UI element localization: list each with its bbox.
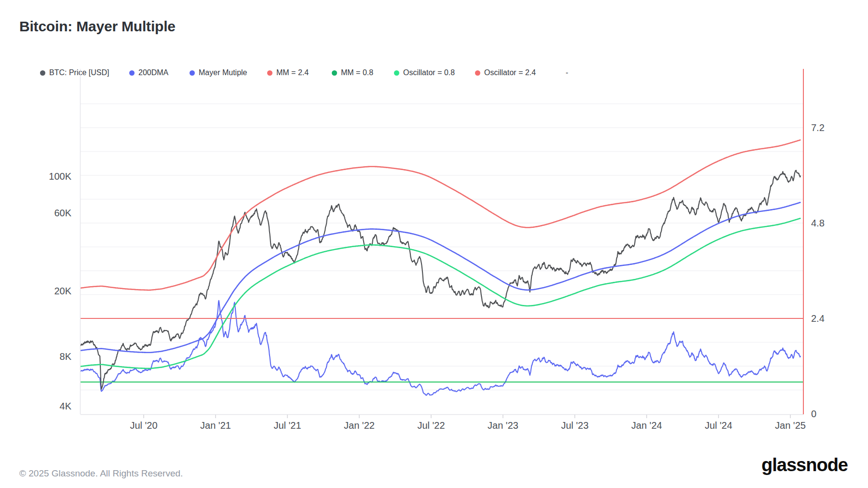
x-axis-label: Jan '23 — [488, 420, 518, 431]
chart-canvas — [0, 0, 868, 488]
glassnode-chart-export: Bitcoin: Mayer Multiple BTC: Price [USD]… — [0, 0, 868, 488]
x-axis-label: Jan '25 — [775, 420, 806, 431]
chart-plot-area[interactable]: 100K60K20K8K4K7.24.82.40Jul '20Jan '21Ju… — [0, 0, 868, 488]
series-mayer-multiple-line — [81, 301, 800, 396]
x-axis-label: Jan '24 — [631, 420, 662, 431]
y-left-axis-label: 20K — [18, 286, 71, 297]
x-axis-label: Jan '22 — [344, 420, 375, 431]
x-axis-label: Jul '23 — [561, 420, 588, 431]
series-200dma-line — [81, 202, 800, 353]
y-left-axis-label: 8K — [18, 351, 71, 362]
series-mm-2-4-line — [81, 140, 800, 290]
y-right-axis-label: 2.4 — [811, 313, 825, 324]
y-right-axis-label: 0 — [811, 409, 816, 420]
x-axis-label: Jul '22 — [417, 420, 445, 431]
glassnode-logo: glassnode — [761, 455, 848, 475]
x-axis-label: Jan '21 — [200, 420, 231, 431]
series-mm-0-8-line — [81, 218, 800, 369]
y-left-axis-label: 60K — [18, 207, 71, 218]
x-axis-label: Jul '21 — [273, 420, 301, 431]
footer-copyright: © 2025 Glassnode. All Rights Reserved. — [19, 468, 183, 479]
y-right-axis-label: 7.2 — [811, 122, 825, 133]
x-axis-label: Jul '24 — [705, 420, 732, 431]
series-btc-price-line — [81, 171, 800, 389]
y-left-axis-label: 100K — [18, 171, 71, 182]
y-left-axis-label: 4K — [18, 400, 71, 411]
x-axis-label: Jul '20 — [130, 420, 157, 431]
y-right-axis-label: 4.8 — [811, 218, 825, 229]
